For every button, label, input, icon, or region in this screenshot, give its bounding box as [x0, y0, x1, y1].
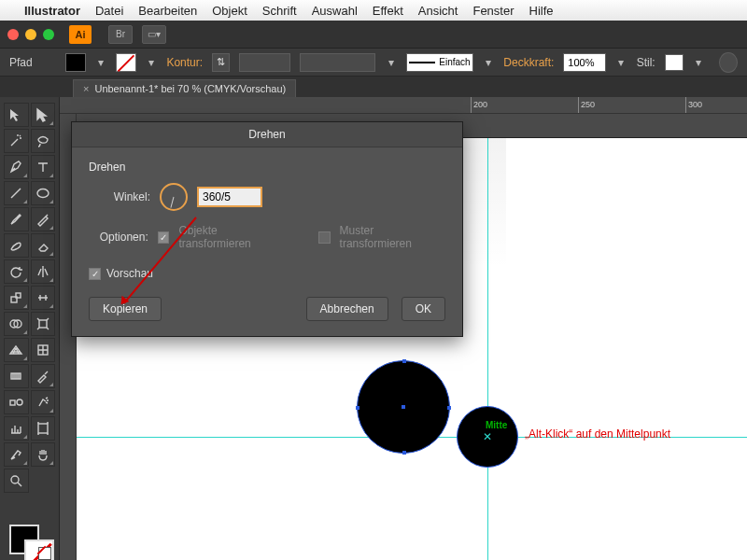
brush-definition-field[interactable] — [300, 53, 376, 72]
stroke-swatch[interactable] — [116, 53, 136, 72]
ok-button[interactable]: OK — [402, 297, 445, 321]
fill-swatch[interactable] — [65, 53, 86, 72]
lasso-tool-icon[interactable] — [31, 129, 56, 153]
svg-point-9 — [17, 399, 22, 405]
svg-point-11 — [11, 476, 19, 483]
minimize-window-icon[interactable] — [25, 29, 36, 40]
stroke-weight-field[interactable] — [239, 53, 290, 72]
hand-tool-icon[interactable] — [31, 442, 56, 467]
artboard-tool-icon[interactable] — [31, 416, 56, 441]
svg-point-0 — [37, 189, 49, 198]
shape-small-circle[interactable]: ✕ — [457, 406, 518, 468]
line-tool-icon[interactable] — [4, 181, 29, 205]
perspective-grid-tool-icon[interactable] — [4, 338, 29, 362]
zoom-tool-icon[interactable] — [4, 469, 29, 493]
line-style-dropdown-icon[interactable]: ▾ — [483, 56, 495, 69]
gradient-tool-icon[interactable] — [4, 364, 29, 388]
svg-rect-8 — [10, 400, 15, 405]
window-titlebar: Ai Br ▭▾ — [0, 21, 747, 49]
menu-objekt[interactable]: Objekt — [212, 4, 247, 18]
brush-dropdown-icon[interactable]: ▾ — [385, 56, 397, 69]
dialog-section-label: Drehen — [89, 161, 445, 174]
angle-label: Winkel: — [89, 190, 150, 203]
direct-selection-tool-icon[interactable] — [31, 103, 56, 127]
shape-builder-tool-icon[interactable] — [4, 312, 29, 336]
slice-tool-icon[interactable] — [4, 442, 29, 467]
bridge-launch-icon[interactable]: Br — [108, 25, 133, 44]
stroke-swatch-dropdown-icon[interactable]: ▾ — [146, 56, 158, 69]
eyedropper-tool-icon[interactable] — [31, 364, 56, 388]
macos-menubar: Illustrator Datei Bearbeiten Objekt Schr… — [0, 0, 747, 21]
rotate-dialog: Drehen Drehen Winkel: 360/5 Optionen: ✓ … — [71, 121, 463, 337]
tool-panel: ◻ ▭ — [0, 97, 60, 560]
close-tab-icon[interactable]: × — [83, 83, 89, 94]
document-tab-title: Unbenannt-1* bei 70 % (CMYK/Vorschau) — [94, 83, 286, 94]
magic-wand-tool-icon[interactable] — [4, 129, 29, 153]
fill-swatch-dropdown-icon[interactable]: ▾ — [95, 56, 107, 69]
style-swatch[interactable] — [665, 54, 684, 71]
angle-knob[interactable] — [160, 183, 188, 211]
checkbox-transform-objects[interactable]: ✓ — [158, 231, 170, 244]
close-window-icon[interactable] — [7, 29, 19, 40]
selection-type-label: Pfad — [9, 56, 56, 69]
menu-hilfe[interactable]: Hilfe — [529, 4, 554, 18]
cancel-button[interactable]: Abbrechen — [306, 297, 388, 321]
opacity-field[interactable]: 100% — [563, 53, 606, 72]
mesh-tool-icon[interactable] — [31, 338, 56, 362]
menu-effekt[interactable]: Effekt — [373, 4, 403, 18]
shape-large-circle[interactable] — [357, 360, 450, 454]
column-graph-tool-icon[interactable] — [4, 416, 29, 441]
menu-auswahl[interactable]: Auswahl — [312, 4, 358, 18]
color-mode-none-icon[interactable] — [38, 547, 51, 560]
document-tab[interactable]: × Unbenannt-1* bei 70 % (CMYK/Vorschau) — [73, 79, 296, 97]
width-tool-icon[interactable] — [31, 286, 56, 310]
ellipse-tool-icon[interactable] — [31, 181, 56, 205]
reflect-tool-icon[interactable] — [31, 259, 56, 284]
arrange-documents-icon[interactable]: ▭▾ — [142, 25, 166, 44]
free-transform-tool-icon[interactable] — [31, 312, 56, 336]
app-window: Ai Br ▭▾ Pfad ▾ ▾ Kontur: ⇅ ▾ Einfach▾ D… — [0, 21, 747, 560]
angle-input[interactable]: 360/5 — [197, 187, 262, 207]
ruler-horizontal[interactable]: 200 250 300 — [60, 97, 747, 114]
scale-tool-icon[interactable] — [4, 286, 29, 310]
rotation-center-icon: ✕ — [483, 430, 492, 443]
line-style-field[interactable]: Einfach — [406, 53, 473, 72]
ruler-tick: 300 — [685, 97, 702, 113]
symbol-sprayer-tool-icon[interactable] — [31, 390, 56, 414]
selection-handle-icon[interactable] — [402, 451, 406, 455]
blob-brush-tool-icon[interactable] — [4, 233, 29, 258]
checkbox-preview[interactable]: ✓ — [89, 268, 101, 280]
blend-tool-icon[interactable] — [4, 390, 29, 414]
opacity-dropdown-icon[interactable]: ▾ — [615, 56, 627, 69]
type-tool-icon[interactable] — [31, 155, 56, 179]
guide-vertical[interactable] — [487, 138, 488, 560]
zoom-window-icon[interactable] — [43, 29, 54, 40]
pen-tool-icon[interactable] — [4, 155, 29, 179]
menu-schrift[interactable]: Schrift — [262, 4, 297, 18]
selection-handle-icon[interactable] — [356, 406, 359, 410]
paintbrush-tool-icon[interactable] — [4, 207, 29, 231]
menu-bearbeiten[interactable]: Bearbeiten — [138, 4, 197, 18]
document-tab-row: × Unbenannt-1* bei 70 % (CMYK/Vorschau) — [0, 77, 747, 97]
selection-tool-icon[interactable] — [4, 103, 29, 127]
options-label: Optionen: — [89, 231, 148, 244]
menu-fenster[interactable]: Fenster — [472, 4, 514, 18]
deckkraft-label[interactable]: Deckkraft: — [503, 56, 554, 69]
stil-label: Stil: — [637, 56, 655, 69]
selection-handle-icon[interactable] — [402, 359, 406, 363]
app-name[interactable]: Illustrator — [24, 4, 80, 18]
eraser-tool-icon[interactable] — [31, 233, 56, 258]
annotation-alt-click: „Alt-Klick“ auf den Mittelpunkt — [525, 427, 670, 441]
checkbox-transform-patterns[interactable] — [318, 231, 331, 244]
svg-rect-10 — [38, 424, 48, 433]
rotate-tool-icon[interactable] — [4, 259, 29, 284]
menu-ansicht[interactable]: Ansicht — [418, 4, 458, 18]
style-dropdown-icon[interactable]: ▾ — [693, 56, 705, 69]
menu-datei[interactable]: Datei — [95, 4, 123, 18]
selection-handle-icon[interactable] — [447, 406, 451, 410]
kontur-label[interactable]: Kontur: — [166, 56, 203, 69]
window-controls — [7, 29, 54, 40]
stroke-weight-stepper[interactable]: ⇅ — [212, 53, 230, 72]
pencil-tool-icon[interactable] — [31, 207, 56, 231]
recolor-artwork-icon[interactable] — [719, 52, 738, 73]
